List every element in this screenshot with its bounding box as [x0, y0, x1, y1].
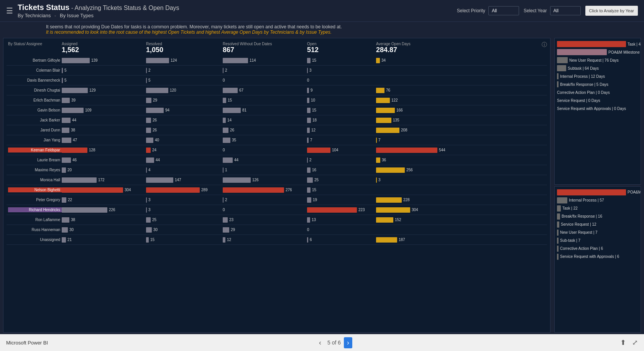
resolved-cell: 26	[146, 128, 223, 133]
row-label: Monica Hall	[8, 178, 62, 182]
avg-open-cell: 304	[376, 207, 460, 213]
info-line2: It is recommended to look into the root …	[46, 30, 598, 35]
res-no-due-cell: 0	[223, 78, 307, 82]
sidebar-item-label: Internal Process | 57	[569, 198, 604, 202]
open-bar	[307, 88, 309, 93]
open-bar	[307, 108, 310, 113]
res-no-due-val: 114	[250, 58, 256, 62]
open-bar	[307, 217, 310, 223]
sidebar-item: Service Request | 0 Days	[557, 97, 641, 104]
avg-open-val: 76	[386, 88, 390, 92]
row-label: Nelson Bighetti	[8, 187, 62, 192]
assigned-bar	[62, 118, 71, 123]
sidebar-item: Service Request with Approvals | 0 Days	[557, 105, 641, 112]
priority-select[interactable]: All	[488, 6, 519, 15]
open-bar	[307, 237, 308, 243]
res-no-due-val: 12	[227, 238, 231, 242]
resolved-val: 15	[150, 238, 154, 242]
assigned-val: 44	[72, 118, 76, 122]
resolved-bar	[146, 197, 147, 203]
resolved-val: 289	[201, 188, 208, 192]
resolved-val: 147	[175, 178, 181, 182]
resolved-val: 3	[148, 198, 151, 202]
year-select[interactable]: All	[550, 6, 581, 15]
res-no-due-bar	[223, 128, 228, 133]
analyze-button[interactable]: Click to Analyze by Year	[585, 6, 638, 16]
next-page-button[interactable]: ›	[344, 337, 352, 348]
assigned-bar	[62, 88, 88, 93]
assigned-cell: 22	[62, 197, 146, 203]
open-bar	[307, 167, 310, 173]
assigned-cell: 226	[62, 207, 146, 213]
res-no-due-val: 23	[229, 218, 233, 222]
nav-by-tech[interactable]: By Technicians	[18, 13, 51, 18]
avg-open-val: 34	[381, 58, 386, 62]
row-label: Jack Barker	[8, 118, 62, 122]
row-label: Dinesh Chugtai	[8, 88, 62, 92]
sidebar-bar	[557, 73, 559, 79]
open-cell: 10	[307, 98, 376, 103]
res-no-due-val: 0	[223, 148, 225, 152]
prev-page-button[interactable]: ‹	[316, 337, 324, 348]
avg-open-bar	[376, 167, 405, 173]
avg-open-cell: 34	[376, 58, 460, 63]
assigned-bar	[62, 78, 63, 83]
table-row: Erlich Bachman 39 29 15 10 122	[7, 95, 547, 105]
open-val: 15	[312, 108, 316, 112]
avg-open-cell: 135	[376, 118, 460, 123]
avg-open-cell: 544	[376, 148, 460, 153]
row-label: Jared Dunn	[8, 128, 62, 132]
assigned-val: 139	[91, 58, 98, 62]
sidebar-item-label: New User Request | 7	[560, 230, 598, 235]
assigned-bar	[62, 227, 68, 233]
open-cell: 18	[307, 118, 376, 123]
resolved-val: 29	[153, 98, 157, 102]
avg-open-cell: 152	[376, 217, 460, 223]
info-icon[interactable]: ⓘ	[542, 41, 547, 48]
resolved-cell: 26	[146, 118, 223, 123]
row-label: Gavin Belson	[8, 108, 62, 112]
res-no-due-bar	[223, 187, 284, 193]
open-cell: 15	[307, 187, 376, 193]
assigned-cell: 5	[62, 78, 146, 83]
year-filter: Select Year All	[524, 6, 581, 15]
resolved-cell: 25	[146, 217, 223, 223]
col-open-header: Open 512	[307, 41, 376, 54]
hamburger-icon[interactable]: ☰	[6, 6, 13, 15]
info-bar: It seems that not providing Due Dates fo…	[0, 22, 644, 36]
sidebar-item-label: New User Request | 76 Days	[569, 58, 619, 62]
assigned-cell: 39	[62, 98, 146, 103]
assigned-val: 46	[72, 158, 77, 162]
sidebar-bar	[557, 41, 626, 47]
share-button[interactable]: ⬆	[620, 338, 626, 347]
res-no-due-val: 29	[231, 228, 235, 232]
open-bar	[307, 128, 310, 133]
row-label: Richard Hendricks	[8, 207, 62, 212]
avg-open-cell: 208	[376, 128, 460, 133]
sidebar-item: Break/fix Response | 16	[557, 213, 641, 220]
assigned-cell: 139	[62, 58, 146, 63]
right-sidebar: Task | 489 Days POA&M Milestone Subtask …	[553, 38, 641, 333]
sidebar-item: New User Request | 7	[557, 229, 641, 236]
page-info: 5 of 6	[327, 340, 341, 346]
nav-by-issue[interactable]: By Issue Types	[60, 13, 94, 18]
open-val: 12	[311, 128, 315, 132]
avg-open-val: 544	[439, 148, 445, 152]
avg-open-val: 7	[378, 138, 381, 142]
expand-button[interactable]: ⤢	[632, 338, 638, 347]
sidebar-item-label: Service Request with Approvals | 6	[560, 254, 619, 259]
avg-open-val: 228	[403, 198, 410, 202]
table-row: Davis Bannercheck 5 5 0 0	[7, 75, 547, 85]
sidebar-item: Subtask | 64 Days	[557, 65, 641, 72]
assigned-cell: 38	[62, 217, 146, 223]
sidebar-item: Corrective Action Plan | 0 Days	[557, 89, 641, 96]
res-no-due-val: 276	[286, 188, 292, 192]
res-no-due-bar	[223, 88, 238, 93]
resolved-cell: 3	[146, 207, 223, 213]
assigned-val: 47	[73, 138, 77, 142]
assigned-val: 38	[71, 128, 75, 132]
sidebar-item: New User Request | 76 Days	[557, 57, 641, 64]
resolved-bar	[146, 68, 147, 73]
res-no-due-val: 15	[228, 98, 232, 102]
avg-open-bar	[376, 58, 380, 63]
